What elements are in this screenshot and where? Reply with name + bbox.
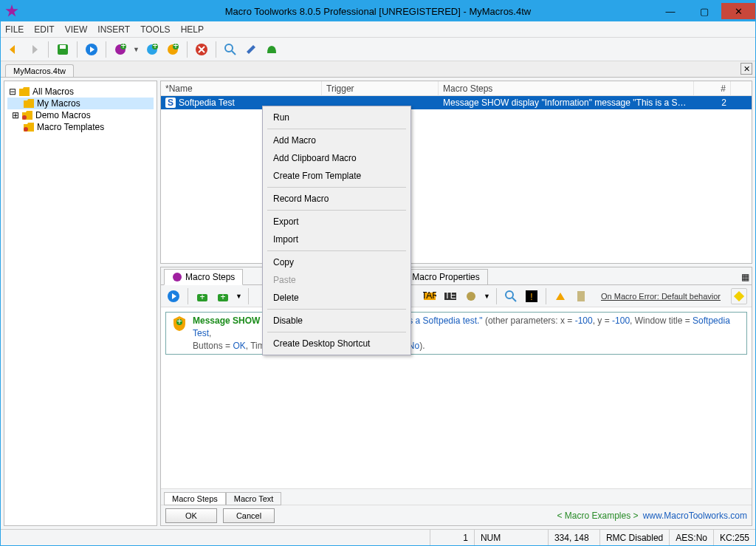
steps-area[interactable]: + Message SHOW display "Information" mes… (161, 307, 752, 488)
tree-item-label: Demo Macros (35, 110, 91, 120)
window-title: Macro Toolworks 8.0.5 Professional [UNRE… (225, 6, 531, 17)
status-pos: 334, 148 (548, 530, 599, 545)
tree-root-label: All Macros (32, 86, 74, 97)
tree-my-macros[interactable]: My Macros (7, 98, 154, 109)
col-trigger[interactable]: Trigger (322, 81, 439, 95)
menu-insert[interactable]: INSERT (97, 24, 130, 35)
ctx-disable[interactable]: Disable (264, 312, 409, 330)
step-row[interactable]: + Message SHOW display "Information" mes… (165, 312, 747, 355)
tab-label: Macro Steps (185, 272, 235, 282)
row-count: 2 (694, 98, 731, 108)
add-gear1-button[interactable]: + (112, 41, 128, 58)
tree-macro-templates[interactable]: Macro Templates (7, 121, 154, 133)
macro-list[interactable]: *Name Trigger Macro Steps # S Softpedia … (160, 81, 752, 264)
svg-point-27 (467, 292, 475, 301)
behavior-options-button[interactable] (731, 288, 747, 304)
tree-root[interactable]: ⊟ All Macros (7, 86, 154, 98)
doc-icon[interactable] (573, 288, 589, 304)
ctx-copy[interactable]: Copy (264, 253, 409, 271)
svg-rect-1 (60, 45, 66, 49)
find-step-button[interactable] (503, 288, 519, 304)
svg-line-29 (512, 298, 516, 301)
examples-link[interactable]: < Macro Examples > (557, 511, 638, 521)
tab-label: Macro Properties (412, 272, 479, 282)
dropdown-arrow-icon[interactable]: ▼ (484, 293, 490, 300)
collapse-icon[interactable]: ⊟ (9, 86, 16, 97)
cancel-button[interactable]: Cancel (223, 508, 275, 523)
menubar: FILE EDIT VIEW INSERT TOOLS HELP (1, 21, 755, 38)
svg-text:+: + (220, 292, 225, 302)
folder-icon (22, 111, 32, 120)
warning-icon[interactable]: ! (523, 288, 540, 304)
menu-tools[interactable]: TOOLS (140, 24, 170, 35)
export-icon[interactable] (552, 288, 568, 304)
step-rec-icon[interactable]: STEP (442, 288, 458, 304)
ctx-import[interactable]: Import (264, 231, 409, 248)
help-button[interactable] (264, 41, 280, 58)
file-tab[interactable]: MyMacros.4tw (5, 64, 74, 77)
find-button[interactable] (222, 41, 238, 58)
add-step-button[interactable]: + (194, 288, 210, 304)
delete-button[interactable] (193, 41, 210, 58)
list-row[interactable]: S Softpedia Test Message SHOW display "I… (161, 96, 752, 109)
ctx-create-template[interactable]: Create From Template (264, 167, 409, 185)
detail-panel: Macro Steps Macro Properties ▦ + + ▼ (160, 267, 752, 526)
add-gear2-button[interactable]: + (144, 41, 160, 58)
step-shield-icon: + (171, 315, 188, 332)
back-button[interactable] (5, 41, 21, 58)
col-steps[interactable]: Macro Steps (439, 81, 694, 95)
ctx-add-clipboard[interactable]: Add Clipboard Macro (264, 149, 409, 167)
maximize-button[interactable]: ▢ (687, 3, 721, 19)
menu-view[interactable]: VIEW (65, 24, 88, 35)
col-name[interactable]: *Name (161, 81, 322, 95)
svg-rect-32 (577, 291, 585, 301)
website-link[interactable]: www.MacroToolworks.com (643, 511, 747, 521)
play-step-button[interactable] (165, 288, 182, 304)
close-button[interactable]: ✕ (721, 3, 755, 19)
ctx-export[interactable]: Export (264, 213, 409, 231)
col-count[interactable]: # (694, 81, 731, 95)
add-gear3-button[interactable]: + (165, 41, 181, 58)
list-header: *Name Trigger Macro Steps # (161, 81, 752, 96)
svg-rect-33 (734, 290, 744, 301)
ctx-record[interactable]: Record Macro (264, 190, 409, 208)
dropdown-arrow-icon[interactable]: ▼ (236, 293, 242, 300)
tree-item-label: Macro Templates (37, 122, 104, 132)
btab-steps[interactable]: Macro Steps (164, 492, 226, 505)
menu-edit[interactable]: EDIT (34, 24, 54, 35)
ctx-delete[interactable]: Delete (264, 289, 409, 307)
menu-help[interactable]: HELP (181, 24, 204, 35)
tab-macro-steps[interactable]: Macro Steps (164, 269, 243, 285)
run-button[interactable] (83, 41, 100, 58)
add-step-down-button[interactable]: + (215, 288, 231, 304)
macro-tree[interactable]: ⊟ All Macros My Macros ⊞ Demo Macros Mac… (4, 81, 157, 526)
svg-text:+: + (120, 43, 126, 51)
settings-button[interactable] (243, 41, 259, 58)
panel-options-button[interactable]: ▦ (739, 270, 752, 284)
save-button[interactable] (55, 41, 71, 58)
btab-text[interactable]: Macro Text (226, 492, 282, 505)
ctx-shortcut[interactable]: Create Desktop Shortcut (264, 335, 409, 352)
minimize-button[interactable]: — (653, 3, 687, 19)
svg-point-16 (24, 127, 28, 132)
status-line: 1 (430, 530, 474, 545)
svg-text:!: ! (530, 292, 532, 302)
tree-demo-macros[interactable]: ⊞ Demo Macros (7, 109, 154, 121)
menu-file[interactable]: FILE (5, 24, 24, 35)
ctx-add-macro[interactable]: Add Macro (264, 132, 409, 149)
dropdown-arrow-icon[interactable]: ▼ (133, 46, 140, 53)
gear-small-icon[interactable] (463, 288, 479, 304)
svg-point-17 (173, 273, 182, 281)
app-icon (5, 4, 18, 18)
start-rec-icon[interactable]: START (422, 288, 438, 304)
row-steps: Message SHOW display "Information" messa… (439, 98, 694, 108)
folder-icon (24, 123, 34, 132)
close-tab-button[interactable]: ✕ (740, 63, 752, 75)
ctx-run[interactable]: Run (264, 109, 409, 126)
error-behavior-link[interactable]: On Macro Error: Default behavior (601, 292, 721, 301)
expand-icon[interactable]: ⊞ (12, 110, 19, 120)
forward-button[interactable] (26, 41, 42, 58)
main-toolbar: + ▼ + + (1, 38, 755, 61)
status-kc: KC:255 (713, 530, 755, 545)
ok-button[interactable]: OK (165, 508, 217, 523)
